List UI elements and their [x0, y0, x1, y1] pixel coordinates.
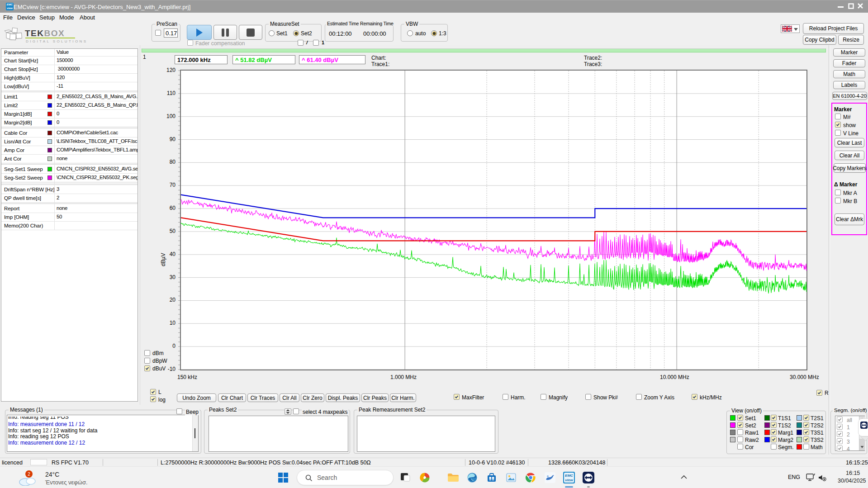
svg-text:EMC: EMC	[565, 474, 573, 478]
svg-text:view: view	[565, 478, 573, 482]
svg-text:2: 2	[28, 472, 30, 477]
svg-text:TEKBOX: TEKBOX	[25, 28, 65, 38]
svg-text:DIGITAL SOLUTIONS: DIGITAL SOLUTIONS	[26, 39, 87, 43]
